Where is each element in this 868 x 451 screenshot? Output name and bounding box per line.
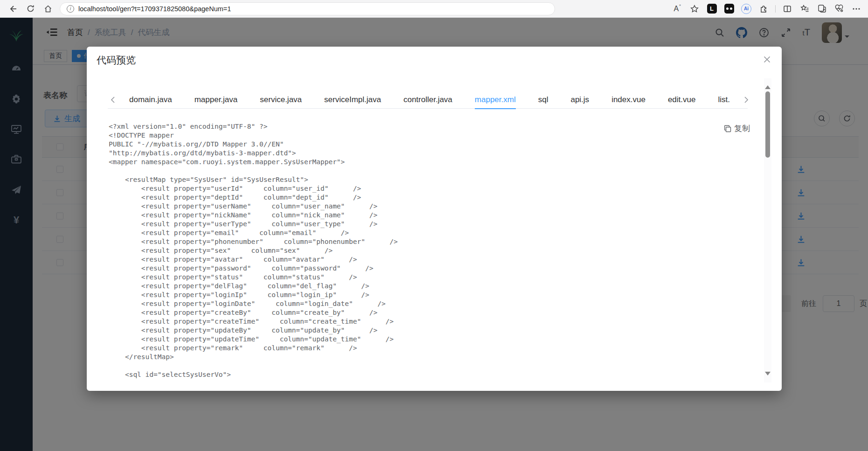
tab-index-vue[interactable]: index.vue (600, 91, 657, 109)
code-content: <?xml version="1.0" encoding="UTF-8" ?> … (109, 122, 752, 379)
read-aloud-icon[interactable]: A” (670, 2, 684, 16)
scrollbar-thumb[interactable] (765, 91, 770, 158)
extensions-puzzle-icon[interactable] (757, 2, 771, 16)
ai-extension-icon[interactable]: Ai (739, 2, 753, 16)
back-icon[interactable] (5, 2, 21, 16)
dialog-title: 代码预览 (97, 54, 136, 67)
refresh-icon[interactable] (22, 2, 38, 16)
site-info-icon[interactable]: i (67, 5, 74, 13)
url-text[interactable]: localhost/tool/gen?t=1709371825080&pageN… (78, 5, 231, 13)
tab-api-js[interactable]: api.js (559, 91, 600, 109)
collections-icon[interactable] (798, 2, 812, 16)
close-icon[interactable] (761, 54, 772, 65)
more-menu-icon[interactable] (849, 2, 863, 16)
tab-mapper-xml[interactable]: mapper.xml (464, 91, 527, 109)
tabs-prev-icon[interactable] (108, 97, 118, 103)
favorite-star-icon[interactable] (687, 2, 701, 16)
tabs-next-icon[interactable] (741, 97, 751, 103)
tab-sql[interactable]: sql (527, 91, 560, 109)
extension-dots-icon[interactable] (722, 2, 736, 16)
toolbar-divider (775, 5, 776, 13)
address-bar[interactable]: i localhost/tool/gen?t=1709371825080&pag… (60, 2, 555, 15)
split-screen-icon[interactable] (780, 2, 794, 16)
browser-toolbar: i localhost/tool/gen?t=1709371825080&pag… (0, 0, 868, 18)
tab-serviceimpl-java[interactable]: serviceImpl.java (313, 91, 392, 109)
scroll-down-icon[interactable] (765, 372, 771, 378)
tab-service-java[interactable]: service.java (249, 91, 313, 109)
home-icon[interactable] (40, 2, 56, 16)
browser-essentials-icon[interactable] (832, 2, 846, 16)
code-preview-dialog: 代码预览 domain.java mapper.java service.jav… (87, 47, 782, 391)
tab-controller-java[interactable]: controller.java (392, 91, 464, 109)
modal-scrollbar[interactable] (764, 78, 771, 382)
tab-mapper-java[interactable]: mapper.java (183, 91, 249, 109)
copilot-pages-icon[interactable] (815, 2, 829, 16)
scroll-up-icon[interactable] (765, 83, 771, 89)
extension-l-icon[interactable]: L (705, 2, 719, 16)
tab-edit-vue[interactable]: edit.vue (657, 91, 707, 109)
file-tabs: domain.java mapper.java service.java ser… (108, 91, 748, 109)
tab-list[interactable]: list. (707, 91, 741, 109)
tab-domain-java[interactable]: domain.java (118, 91, 183, 109)
